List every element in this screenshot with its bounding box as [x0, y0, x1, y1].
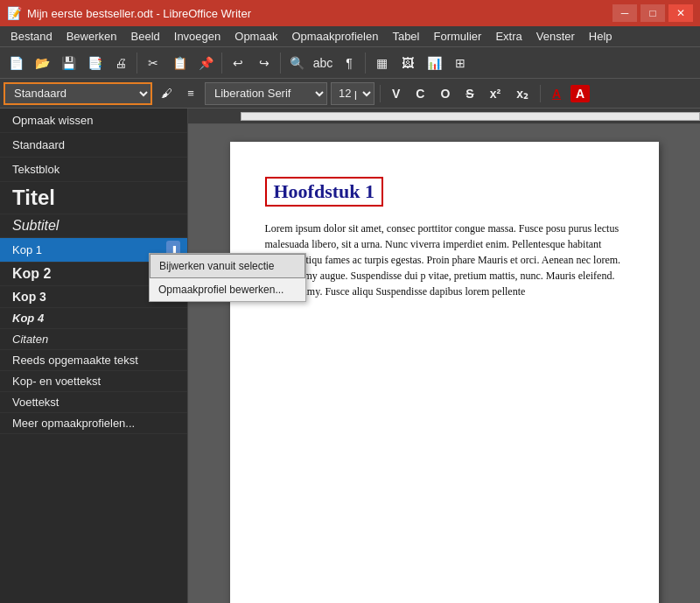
maximize-button[interactable]: □: [640, 4, 665, 22]
submenu-opmaakprofiel[interactable]: Opmaakprofiel bewerken...: [150, 278, 305, 301]
style-list-button[interactable]: ≡: [180, 83, 201, 104]
menu-beeld[interactable]: Beeld: [124, 28, 167, 45]
underline-button[interactable]: O: [434, 84, 456, 103]
toolbar-separator-2: [221, 53, 222, 74]
print-button[interactable]: 🖨: [108, 51, 133, 75]
spellcheck-button[interactable]: abc: [311, 51, 335, 75]
format-bar: Standaard Kop 1 Kop 2 Titel 🖌 ≡ Liberati…: [0, 79, 700, 109]
style-voettekst[interactable]: Voettekst: [0, 392, 187, 413]
italic-button[interactable]: C: [410, 84, 430, 103]
more-button[interactable]: ⊞: [448, 51, 472, 75]
strikethrough-button[interactable]: S: [459, 84, 480, 103]
cut-button[interactable]: ✂: [141, 51, 165, 75]
menu-formulier[interactable]: Formulier: [426, 28, 488, 45]
export-button[interactable]: 📑: [82, 51, 107, 75]
submenu-bijwerken[interactable]: Bijwerken vanuit selectie: [150, 254, 305, 278]
page: Hoofdstuk 1 Lorem ipsum dolor sit amet, …: [230, 142, 659, 603]
size-dropdown[interactable]: 12 pt: [331, 82, 374, 105]
minimize-button[interactable]: ─: [612, 4, 637, 22]
style-subtitel[interactable]: Subtitel: [0, 214, 187, 238]
body-text: Lorem ipsum dolor sit amet, consec portt…: [265, 221, 624, 299]
window-title: Mijn eerste bestseller.odt - LibreOffice…: [27, 7, 612, 20]
style-kop4[interactable]: Kop 4: [0, 308, 187, 329]
menu-invoegen[interactable]: Invoegen: [167, 28, 228, 45]
chart-button[interactable]: 📊: [422, 51, 446, 75]
chapter-heading: Hoofdstuk 1: [265, 177, 384, 207]
toolbar-separator-3: [280, 53, 281, 74]
style-picker-button[interactable]: 🖌: [156, 83, 177, 104]
document-area: Hoofdstuk 1 Lorem ipsum dolor sit amet, …: [188, 109, 700, 603]
format-separator-2: [540, 85, 541, 102]
font-color-button[interactable]: A: [546, 84, 567, 103]
style-dropdown[interactable]: Standaard Kop 1 Kop 2 Titel: [4, 82, 152, 105]
ruler: [188, 109, 700, 124]
font-dropdown[interactable]: Liberation Serif: [205, 82, 327, 105]
toolbar-separator-1: [136, 53, 137, 74]
open-button[interactable]: 📂: [30, 51, 54, 75]
close-button[interactable]: ✕: [668, 4, 693, 22]
style-tekstblok[interactable]: Tekstblok: [0, 158, 187, 182]
menu-help[interactable]: Help: [582, 28, 620, 45]
bold-button[interactable]: V: [386, 84, 406, 103]
toolbar: 📄 📂 💾 📑 🖨 ✂ 📋 📌 ↩ ↪ 🔍 abc ¶ ▦ 🖼 📊 ⊞: [0, 47, 700, 79]
undo-button[interactable]: ↩: [226, 51, 250, 75]
page-container: Hoofdstuk 1 Lorem ipsum dolor sit amet, …: [188, 124, 700, 603]
style-kop-en-voettekst[interactable]: Kop- en voettekst: [0, 371, 187, 392]
menu-bewerken[interactable]: Bewerken: [60, 28, 124, 45]
subscript-button[interactable]: x₂: [510, 84, 535, 103]
menu-opmaakprofielen[interactable]: Opmaakprofielen: [284, 28, 385, 45]
style-meer[interactable]: Meer opmaakprofielen...: [0, 413, 187, 434]
table-button[interactable]: ▦: [369, 51, 394, 75]
toolbar-separator-4: [365, 53, 366, 74]
menu-bestand[interactable]: Bestand: [4, 28, 60, 45]
image-button[interactable]: 🖼: [396, 51, 420, 75]
find-button[interactable]: 🔍: [284, 51, 309, 75]
style-reeds[interactable]: Reeds opgemaakte tekst: [0, 350, 187, 371]
main-area: Opmaak wissen Standaard Tekstblok Titel …: [0, 109, 700, 603]
kop1-label: Kop 1: [12, 243, 42, 256]
superscript-button[interactable]: x²: [484, 84, 507, 103]
nonprinting-button[interactable]: ¶: [337, 51, 361, 75]
menu-extra[interactable]: Extra: [488, 28, 528, 45]
save-button[interactable]: 💾: [56, 51, 80, 75]
title-bar: 📝 Mijn eerste bestseller.odt - LibreOffi…: [0, 0, 700, 26]
kop1-context-menu: Bijwerken vanuit selectie Opmaakprofiel …: [149, 253, 306, 302]
copy-button[interactable]: 📋: [167, 51, 192, 75]
style-panel: Opmaak wissen Standaard Tekstblok Titel …: [0, 109, 188, 603]
app-icon: 📝: [7, 6, 22, 20]
new-button[interactable]: 📄: [4, 51, 28, 75]
redo-button[interactable]: ↪: [252, 51, 276, 75]
paste-button[interactable]: 📌: [193, 51, 218, 75]
style-citaten[interactable]: Citaten: [0, 329, 187, 350]
menu-bar: Bestand Bewerken Beeld Invoegen Opmaak O…: [0, 26, 700, 47]
menu-opmaak[interactable]: Opmaak: [228, 28, 284, 45]
window-controls: ─ □ ✕: [612, 4, 693, 22]
ruler-line: [241, 112, 700, 121]
style-opmaak-wissen[interactable]: Opmaak wissen: [0, 109, 187, 133]
style-standaard[interactable]: Standaard: [0, 133, 187, 158]
menu-venster[interactable]: Venster: [529, 28, 582, 45]
menu-tabel[interactable]: Tabel: [385, 28, 426, 45]
format-separator-1: [380, 85, 381, 102]
highlight-button[interactable]: A: [570, 85, 590, 102]
style-titel[interactable]: Titel: [0, 182, 187, 214]
